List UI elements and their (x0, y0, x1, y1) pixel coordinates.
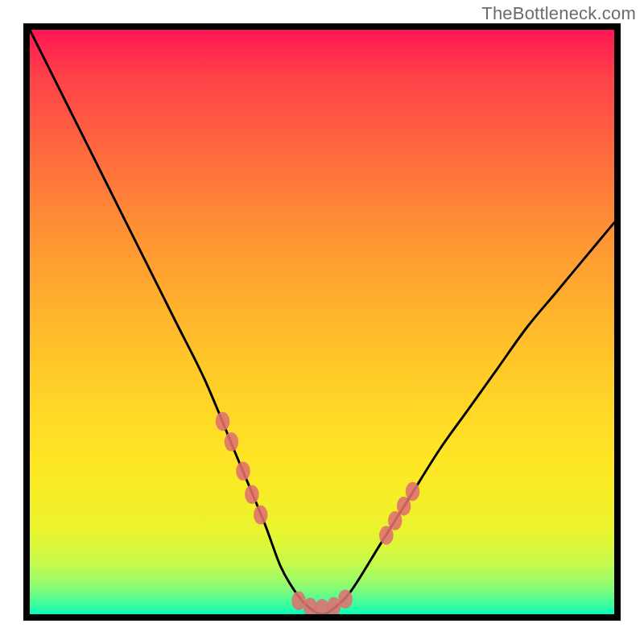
plot-area (23, 23, 621, 621)
bottleneck-curve (30, 30, 614, 614)
curve-marker (216, 412, 230, 431)
curve-marker (379, 526, 394, 544)
curve-marker (236, 461, 250, 480)
chart-frame: TheBottleneck.com (0, 0, 644, 644)
curve-marker (315, 599, 329, 614)
curve-marker (397, 497, 411, 515)
curve-marker (245, 485, 259, 503)
curve-svg (30, 30, 614, 614)
curve-marker (327, 597, 341, 614)
watermark-text: TheBottleneck.com (481, 3, 636, 24)
curve-marker (254, 506, 268, 524)
curve-marker (388, 511, 402, 530)
curve-marker (406, 482, 420, 501)
curve-marker (225, 432, 239, 451)
curve-markers (216, 412, 420, 614)
curve-marker (303, 598, 318, 614)
curve-marker (291, 592, 306, 610)
curve-marker (338, 589, 353, 608)
